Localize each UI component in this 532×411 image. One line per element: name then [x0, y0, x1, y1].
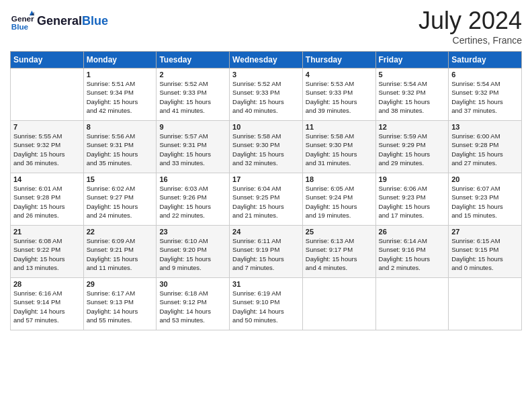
col-friday: Friday	[375, 52, 449, 68]
cell-info-line: and 2 minutes.	[379, 263, 446, 272]
cell-info-line: and 4 minutes.	[306, 263, 373, 272]
day-number: 12	[379, 123, 446, 131]
cell-info-line: Daylight: 15 hours	[87, 97, 154, 106]
cell-info-line: and 40 minutes.	[232, 106, 300, 115]
cell-info-line: Sunrise: 5:54 AM	[379, 79, 446, 88]
cell-info-line: Sunset: 9:26 PM	[159, 193, 226, 201]
day-number: 25	[306, 228, 373, 236]
calendar-cell: 14Sunrise: 6:01 AMSunset: 9:28 PMDayligh…	[11, 173, 84, 226]
cell-info-line: Sunset: 9:34 PM	[87, 88, 154, 97]
cell-info-line: and 57 minutes.	[13, 316, 81, 324]
cell-info-line: Daylight: 15 hours	[379, 202, 446, 211]
cell-info-line: Sunset: 9:30 PM	[306, 140, 373, 149]
month-year-title: July 2024	[418, 7, 522, 35]
cell-info-line: Sunset: 9:17 PM	[306, 245, 373, 254]
cell-info-line: Sunrise: 5:57 AM	[159, 132, 226, 140]
calendar-cell: 15Sunrise: 6:02 AMSunset: 9:27 PMDayligh…	[83, 173, 157, 226]
calendar-cell	[375, 278, 449, 330]
page-header: General Blue GeneralBlue July 2024 Certi…	[10, 7, 522, 46]
logo-blue: Blue	[82, 14, 108, 28]
cell-info-line: and 33 minutes.	[159, 158, 226, 167]
cell-info-line: Sunrise: 5:55 AM	[13, 132, 81, 140]
cell-info-line: Sunrise: 6:19 AM	[232, 289, 300, 298]
calendar-cell	[11, 68, 84, 121]
day-number: 26	[379, 228, 446, 236]
day-number: 2	[159, 71, 226, 79]
day-number: 27	[451, 228, 519, 236]
logo: General Blue GeneralBlue	[10, 9, 108, 34]
cell-info-line: Daylight: 15 hours	[159, 150, 226, 158]
cell-info-line: Sunset: 9:32 PM	[379, 88, 446, 97]
calendar-cell: 13Sunrise: 6:00 AMSunset: 9:28 PMDayligh…	[449, 121, 522, 173]
calendar-cell: 29Sunrise: 6:17 AMSunset: 9:13 PMDayligh…	[83, 278, 157, 330]
calendar-cell	[449, 278, 522, 330]
cell-info-line: and 55 minutes.	[87, 316, 154, 324]
cell-info-line: and 32 minutes.	[232, 158, 300, 167]
calendar-cell: 20Sunrise: 6:07 AMSunset: 9:23 PMDayligh…	[449, 173, 522, 226]
calendar-cell: 17Sunrise: 6:04 AMSunset: 9:25 PMDayligh…	[230, 173, 303, 226]
cell-info-line: Sunrise: 6:16 AM	[13, 289, 81, 298]
title-block: July 2024 Certines, France	[418, 7, 522, 46]
cell-info-line: and 22 minutes.	[159, 211, 226, 220]
cell-info-line: Sunset: 9:12 PM	[159, 298, 226, 306]
cell-info-line: and 24 minutes.	[87, 211, 154, 220]
cell-info-line: and 11 minutes.	[87, 263, 154, 272]
cell-info-line: Daylight: 15 hours	[451, 255, 519, 263]
cell-info-line: Daylight: 14 hours	[13, 307, 81, 316]
cell-info-line: and 53 minutes.	[159, 316, 226, 324]
cell-info-line: Sunset: 9:33 PM	[232, 88, 300, 97]
col-sunday: Sunday	[11, 52, 84, 68]
cell-info-line: Sunset: 9:13 PM	[87, 298, 154, 306]
day-number: 5	[379, 71, 446, 79]
calendar-header: Sunday Monday Tuesday Wednesday Thursday…	[11, 52, 522, 68]
day-number: 1	[87, 71, 154, 79]
day-number: 3	[232, 71, 300, 79]
cell-info-line: Sunrise: 5:53 AM	[306, 79, 373, 88]
calendar-cell: 18Sunrise: 6:05 AMSunset: 9:24 PMDayligh…	[302, 173, 375, 226]
cell-info-line: Daylight: 15 hours	[306, 255, 373, 263]
cell-info-line: Sunset: 9:23 PM	[451, 193, 519, 201]
calendar-cell: 27Sunrise: 6:15 AMSunset: 9:15 PMDayligh…	[449, 226, 522, 278]
cell-info-line: Daylight: 15 hours	[87, 255, 154, 263]
cell-info-line: Daylight: 15 hours	[451, 150, 519, 158]
cell-info-line: Sunrise: 6:06 AM	[379, 184, 446, 193]
cell-info-line: Sunset: 9:28 PM	[13, 193, 81, 201]
cell-info-line: Sunrise: 6:07 AM	[451, 184, 519, 193]
cell-info-line: and 19 minutes.	[306, 211, 373, 220]
calendar-cell: 28Sunrise: 6:16 AMSunset: 9:14 PMDayligh…	[11, 278, 84, 330]
cell-info-line: Daylight: 15 hours	[232, 202, 300, 211]
cell-info-line: Daylight: 15 hours	[13, 150, 81, 158]
cell-info-line: Daylight: 14 hours	[232, 307, 300, 316]
calendar-cell: 2Sunrise: 5:52 AMSunset: 9:33 PMDaylight…	[157, 68, 230, 121]
cell-info-line: Sunrise: 6:18 AM	[159, 289, 226, 298]
cell-info-line: Daylight: 15 hours	[159, 97, 226, 106]
cell-info-line: Sunset: 9:21 PM	[87, 245, 154, 254]
calendar-cell: 7Sunrise: 5:55 AMSunset: 9:32 PMDaylight…	[11, 121, 84, 173]
cell-info-line: Daylight: 15 hours	[306, 202, 373, 211]
cell-info-line: Daylight: 15 hours	[379, 255, 446, 263]
cell-info-line: Daylight: 15 hours	[87, 202, 154, 211]
calendar-week-4: 21Sunrise: 6:08 AMSunset: 9:22 PMDayligh…	[11, 226, 522, 278]
cell-info-line: and 17 minutes.	[379, 211, 446, 220]
cell-info-line: Sunset: 9:29 PM	[379, 140, 446, 149]
cell-info-line: Sunrise: 5:51 AM	[87, 79, 154, 88]
day-number: 30	[159, 280, 226, 288]
calendar-cell: 24Sunrise: 6:11 AMSunset: 9:19 PMDayligh…	[230, 226, 303, 278]
calendar-cell: 22Sunrise: 6:09 AMSunset: 9:21 PMDayligh…	[83, 226, 157, 278]
logo-text-block: GeneralBlue	[37, 15, 108, 28]
cell-info-line: and 37 minutes.	[451, 106, 519, 115]
cell-info-line: Sunset: 9:31 PM	[159, 140, 226, 149]
calendar-cell: 6Sunrise: 5:54 AMSunset: 9:32 PMDaylight…	[449, 68, 522, 121]
day-number: 16	[159, 175, 226, 183]
calendar-cell: 16Sunrise: 6:03 AMSunset: 9:26 PMDayligh…	[157, 173, 230, 226]
day-number: 8	[87, 123, 154, 131]
col-tuesday: Tuesday	[157, 52, 230, 68]
cell-info-line: Sunrise: 6:04 AM	[232, 184, 300, 193]
day-number: 9	[159, 123, 226, 131]
calendar-cell: 23Sunrise: 6:10 AMSunset: 9:20 PMDayligh…	[157, 226, 230, 278]
cell-info-line: Sunrise: 6:08 AM	[13, 236, 81, 245]
cell-info-line: Sunrise: 6:17 AM	[87, 289, 154, 298]
calendar-cell: 5Sunrise: 5:54 AMSunset: 9:32 PMDaylight…	[375, 68, 449, 121]
day-number: 13	[451, 123, 519, 131]
cell-info-line: Sunset: 9:28 PM	[451, 140, 519, 149]
